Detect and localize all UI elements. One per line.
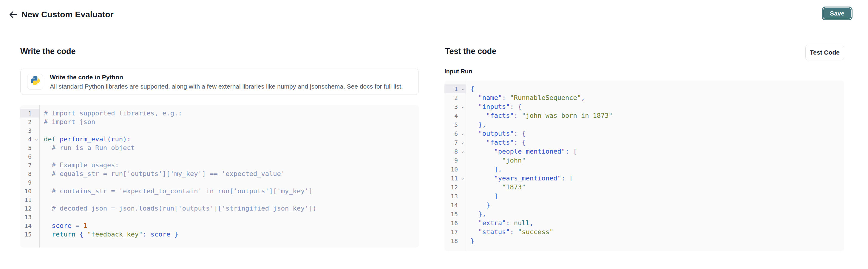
code-line[interactable]: # run is a Run object xyxy=(44,144,419,152)
code-line[interactable] xyxy=(44,126,419,135)
gutter-row: 6⌄ xyxy=(444,129,466,138)
code-token: }, xyxy=(478,210,487,218)
input-run-json-editor[interactable]: 1⌄23⌄456⌄7⌄8⌄91011⌄12131415161718{ "name… xyxy=(444,81,844,251)
gutter-row: 12 xyxy=(444,183,466,192)
code-line[interactable]: # Example usages: xyxy=(44,161,419,170)
code-token xyxy=(56,136,60,143)
fold-chevron-icon[interactable]: ⌄ xyxy=(461,103,465,109)
code-token: : xyxy=(143,231,147,238)
code-line[interactable]: def perform_eval(run): xyxy=(44,135,419,144)
editor-code-area[interactable]: # Import supported libraries, e.g.:# imp… xyxy=(40,105,419,247)
gutter-row: 2 xyxy=(20,118,39,126)
code-line[interactable]: # import json xyxy=(44,118,419,126)
gutter-row: 6 xyxy=(20,152,39,161)
line-number: 5 xyxy=(454,121,458,128)
editor-code-area[interactable]: { "name": "RunnableSequence", "inputs": … xyxy=(466,81,844,251)
save-button[interactable]: Save xyxy=(822,6,852,20)
code-line[interactable]: # decoded_json = json.loads(run['outputs… xyxy=(44,204,419,213)
code-token xyxy=(470,103,478,110)
gutter-row: 9 xyxy=(20,178,39,187)
gutter-row: 7 xyxy=(20,161,39,170)
callout-text: Write the code in Python All standard Py… xyxy=(50,74,403,90)
code-token: ], xyxy=(494,166,502,173)
code-line[interactable]: ] xyxy=(470,192,844,201)
code-line[interactable]: # contains_str = 'expected_to_contain' i… xyxy=(44,187,419,195)
code-token: 1 xyxy=(83,222,87,229)
code-token xyxy=(147,231,150,238)
code-line[interactable]: }, xyxy=(470,120,844,129)
code-line[interactable]: } xyxy=(470,237,844,245)
gutter-row: 13 xyxy=(20,213,39,221)
code-token: return xyxy=(52,231,75,238)
python-code-editor[interactable]: 1234⌄56789101112131415# Import supported… xyxy=(20,105,419,247)
code-line[interactable]: "inputs": { xyxy=(470,102,844,111)
code-line[interactable] xyxy=(44,178,419,187)
gutter-row: 1⌄ xyxy=(444,84,466,93)
code-line[interactable]: "status": "success" xyxy=(470,228,844,237)
callout-title: Write the code in Python xyxy=(50,74,403,81)
python-info-callout: Write the code in Python All standard Py… xyxy=(20,68,419,95)
code-token: } xyxy=(470,237,474,244)
code-token: "john" xyxy=(502,156,526,164)
code-token: ): xyxy=(123,136,131,143)
code-token: # Example usages: xyxy=(44,161,119,169)
code-token xyxy=(470,166,494,173)
code-token xyxy=(170,231,174,238)
code-token xyxy=(470,192,494,200)
code-token: "john was born in 1873" xyxy=(522,112,613,119)
code-line[interactable]: "facts": "john was born in 1873" xyxy=(470,111,844,120)
gutter-row: 14 xyxy=(20,221,39,230)
line-number: 10 xyxy=(25,187,32,195)
new-custom-evaluator-page: New Custom Evaluator Save Write the code… xyxy=(0,0,868,269)
code-token: "years_mentioned" xyxy=(494,175,561,182)
code-line[interactable] xyxy=(44,213,419,221)
code-line[interactable]: # Import supported libraries, e.g.: xyxy=(44,109,419,118)
test-code-button[interactable]: Test Code xyxy=(805,45,844,60)
code-token: "extra" xyxy=(478,219,506,227)
code-line[interactable] xyxy=(44,152,419,161)
line-number: 15 xyxy=(25,231,32,238)
fold-chevron-icon[interactable]: ⌄ xyxy=(461,148,465,154)
code-line[interactable]: "1873" xyxy=(470,183,844,192)
code-line[interactable]: }, xyxy=(470,210,844,218)
code-line[interactable]: "facts": { xyxy=(470,138,844,147)
gutter-row: 16 xyxy=(444,218,466,228)
code-token: : xyxy=(506,219,510,227)
line-number: 17 xyxy=(451,229,458,236)
code-line[interactable]: { xyxy=(470,84,844,93)
line-number: 6 xyxy=(28,153,32,160)
code-line[interactable]: "outputs": { xyxy=(470,129,844,138)
code-token xyxy=(569,148,573,155)
line-number: 11 xyxy=(25,196,32,203)
code-token: : xyxy=(514,130,518,137)
code-line[interactable]: # equals_str = run['outputs']['my_key'] … xyxy=(44,170,419,178)
gutter-row: 1 xyxy=(20,109,39,118)
code-line[interactable]: score = 1 xyxy=(44,221,419,230)
code-line[interactable]: "years_mentioned": [ xyxy=(470,174,844,183)
code-line[interactable]: return { "feedback_key": score } xyxy=(44,230,419,239)
code-token: : xyxy=(565,148,569,155)
line-number: 4 xyxy=(28,136,32,143)
fold-chevron-icon[interactable]: ⌄ xyxy=(461,130,465,136)
code-token: = xyxy=(71,222,84,229)
code-token: : xyxy=(510,103,514,110)
code-line[interactable]: "people_mentioned": [ xyxy=(470,147,844,156)
gutter-row: 2 xyxy=(444,93,466,102)
code-line[interactable]: } xyxy=(470,201,844,210)
code-line[interactable] xyxy=(44,195,419,204)
fold-chevron-icon[interactable]: ⌄ xyxy=(461,86,465,91)
gutter-row: 7⌄ xyxy=(444,138,466,147)
code-token: # Import supported libraries, e.g.: xyxy=(44,110,182,117)
fold-chevron-icon[interactable]: ⌄ xyxy=(461,175,465,181)
gutter-row: 11 xyxy=(20,195,39,204)
code-token: ( xyxy=(107,136,111,143)
code-line[interactable]: "john" xyxy=(470,156,844,165)
code-line[interactable]: ], xyxy=(470,165,844,174)
code-token: "RunnableSequence" xyxy=(510,94,581,101)
fold-chevron-icon[interactable]: ⌄ xyxy=(461,139,465,145)
code-line[interactable]: "name": "RunnableSequence", xyxy=(470,93,844,102)
back-button[interactable] xyxy=(6,8,20,22)
fold-chevron-icon[interactable]: ⌄ xyxy=(35,136,38,141)
code-token xyxy=(75,231,79,238)
code-line[interactable]: "extra": null, xyxy=(470,218,844,228)
